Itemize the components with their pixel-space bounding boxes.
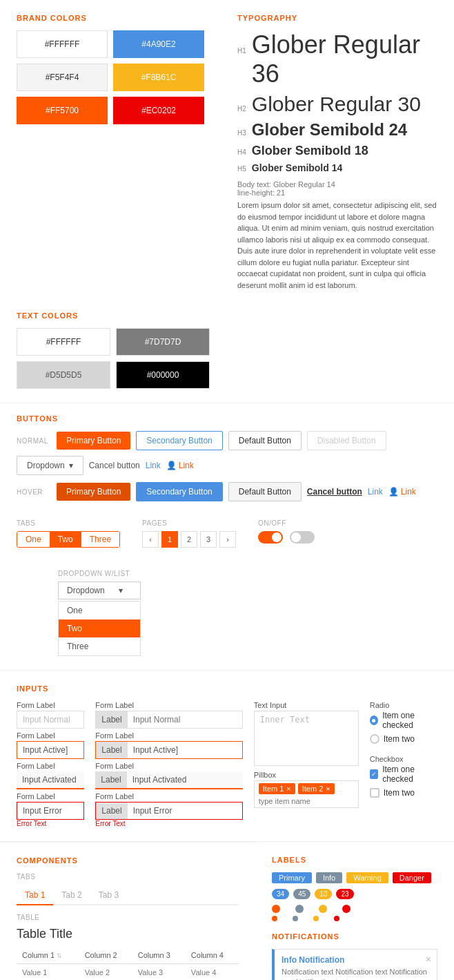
disabled-button-normal: Disabled Button [307, 431, 386, 450]
comp-tabs-label: TABS [17, 873, 239, 881]
checkbox-empty-icon [370, 788, 379, 798]
user-icon: 👤 [166, 461, 177, 470]
dropdown-item-one[interactable]: One [59, 602, 140, 619]
badge-num-info: 45 [293, 889, 310, 899]
tab-two[interactable]: Two [50, 532, 81, 547]
radio-checked-icon [370, 715, 378, 725]
checkbox-item-2[interactable]: Item two [370, 788, 437, 798]
notifications-title: NOTIFICATIONS [272, 932, 437, 941]
h3-text: Glober Semibold 24 [252, 120, 407, 140]
input-error[interactable] [17, 802, 84, 820]
dropdown-item-two[interactable]: Two [59, 619, 140, 637]
input-active[interactable] [17, 741, 84, 759]
labels-section: LABELS Primary Info Warning Danger 34 45… [272, 856, 437, 921]
close-icon-info[interactable]: × [426, 954, 431, 965]
link-button-hover[interactable]: Link [368, 487, 383, 497]
checkbox-item-1-label: Item one checked [382, 765, 437, 784]
link-button-normal[interactable]: Link [146, 461, 161, 470]
user-icon-hover: 👤 [388, 487, 399, 497]
radio-item-2-label: Item two [384, 734, 415, 744]
notification-info: × Info Notification Notification text No… [272, 949, 437, 980]
page-prev[interactable]: ‹ [142, 531, 159, 548]
pill-remove-1[interactable]: × [286, 785, 290, 793]
pill-2: Item 2 × [298, 783, 335, 794]
text-swatch-7d7d7d: #7D7D7D [116, 328, 210, 356]
comp-tabs: Tab 1 Tab 2 Tab 3 [17, 886, 239, 905]
label-input-normal[interactable] [128, 711, 242, 728]
dropdown-item-three[interactable]: Three [59, 637, 140, 655]
input-normal[interactable] [17, 711, 84, 729]
pillbox-label: Pillbox [254, 771, 359, 779]
radio-item-2[interactable]: Item two [370, 734, 437, 744]
comp-tab-2[interactable]: Tab 2 [53, 886, 90, 905]
primary-button-hover[interactable]: Primary Button [57, 483, 130, 501]
secondary-button-normal[interactable]: Secondary Button [136, 431, 222, 450]
radio-item-1[interactable]: Item one checked [370, 711, 437, 730]
badge-labels-row: Primary Info Warning Danger [272, 872, 437, 883]
dropdown-button-normal[interactable]: Dropdown ▾ [17, 456, 83, 475]
cell-1-3: Value 3 [132, 964, 186, 981]
normal-label: NORMAL [17, 437, 51, 445]
tabs-control: TABS One Two Three [17, 519, 120, 548]
form-label-3: Form Label [17, 762, 84, 770]
link-icon-button-hover[interactable]: 👤 Link [388, 487, 416, 497]
components-section: COMPONENTS TABS Tab 1 Tab 2 Tab 3 TABLE … [0, 842, 255, 980]
page-2[interactable]: 2 [181, 531, 197, 548]
comp-tab-3[interactable]: Tab 3 [90, 886, 127, 905]
text-input-group: Text Input [254, 701, 359, 768]
text-input-label: Text Input [254, 701, 359, 709]
lorem-text: Lorem ipsum dolor sit amet, consectetur … [237, 200, 437, 291]
default-button-normal[interactable]: Default Button [228, 431, 302, 450]
notifications-section: NOTIFICATIONS × Info Notification Notifi… [272, 932, 437, 980]
pill-input[interactable] [259, 797, 354, 805]
pillbox-group: Pillbox Item 1 × Item 2 × [254, 771, 359, 808]
primary-button-normal[interactable]: Primary Button [57, 432, 130, 450]
badge-num-primary: 34 [272, 889, 289, 899]
tab-three[interactable]: Three [81, 532, 119, 547]
sort-icon[interactable]: ⇅ [57, 952, 62, 959]
brand-colors-title: BRAND COLORS [17, 14, 204, 22]
h4-label: H4 [237, 148, 246, 156]
col-header-4: Column 4 [186, 947, 239, 964]
color-swatch-4a90e2: #4A90E2 [113, 30, 204, 58]
text-swatch-ffffff: #FFFFFF [17, 328, 110, 356]
toggle-on[interactable] [258, 531, 283, 544]
dropdown-list-button[interactable]: Dropdown ▾ [58, 582, 141, 599]
link-icon-button-normal[interactable]: 👤 Link [166, 461, 194, 470]
cell-1-4: Value 4 [186, 964, 239, 981]
h4-text: Glober Semibold 18 [252, 144, 368, 158]
table-row: Value 1 Value 2 Value 3 Value 4 [17, 964, 239, 981]
form-label-1: Form Label [17, 701, 84, 709]
label-input-activated[interactable] [127, 771, 243, 788]
cancel-button-normal[interactable]: Cancel button [89, 461, 140, 470]
pill-1: Item 1 × [259, 783, 295, 794]
tab-one[interactable]: One [17, 532, 50, 547]
input-col-3: Text Input Pillbox Item 1 × Item 2 × [254, 701, 359, 827]
text-swatch-000000: #000000 [116, 361, 210, 389]
input-with-label-normal: Label [95, 711, 242, 729]
pill-remove-2[interactable]: × [326, 785, 330, 793]
input-group-active: Form Label [17, 731, 84, 759]
pagination: ‹ 1 2 3 › [142, 531, 236, 548]
toggle-off[interactable] [290, 531, 315, 544]
cancel-button-hover[interactable]: Cancel button [307, 487, 362, 497]
comp-tab-1[interactable]: Tab 1 [17, 886, 53, 905]
dot-row-large [272, 905, 437, 913]
default-button-hover[interactable]: Default Button [228, 482, 302, 501]
form-label-4: Form Label [17, 792, 84, 800]
secondary-button-hover[interactable]: Secondary Button [136, 482, 222, 501]
controls-section: TABS One Two Three PAGES ‹ 1 2 3 › ON/OF… [0, 508, 454, 670]
input-activated[interactable] [17, 771, 84, 789]
page-3[interactable]: 3 [200, 531, 217, 548]
checkbox-item-1[interactable]: Item one checked [370, 765, 437, 784]
label-input-error[interactable] [128, 803, 242, 819]
cell-1-1: Value 1 [17, 964, 79, 981]
page-1[interactable]: 1 [161, 531, 178, 548]
badge-info: Info [316, 872, 342, 883]
label-tag-2: Label [96, 742, 127, 758]
page-next[interactable]: › [219, 531, 236, 548]
text-area-input[interactable] [254, 711, 359, 766]
label-input-active[interactable] [128, 742, 242, 758]
components-title: COMPONENTS [17, 856, 239, 865]
input-label-group-active: Form Label Label [95, 731, 242, 759]
